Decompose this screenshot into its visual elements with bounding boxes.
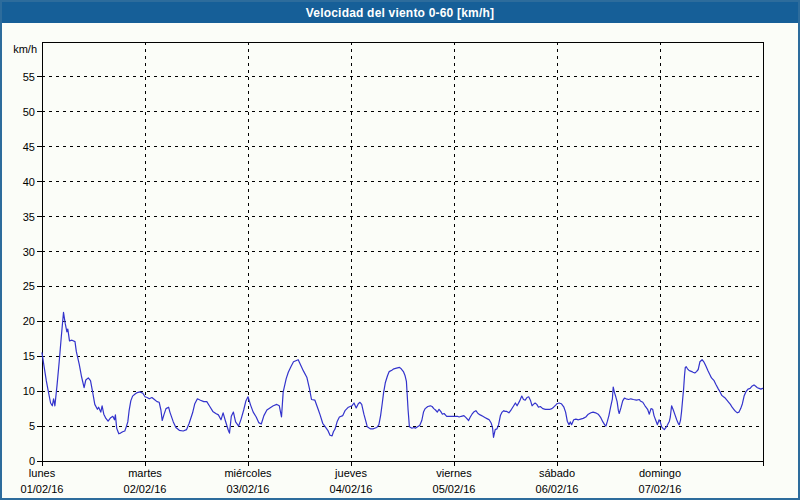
day-name-label: miércoles (224, 467, 272, 479)
y-tick-label: 5 (29, 420, 35, 432)
day-date-label: 05/02/16 (433, 483, 476, 495)
y-tick-label: 35 (23, 211, 35, 223)
day-name-label: martes (128, 467, 162, 479)
window-title: Velocidad del viento 0-60 [km/h] (306, 6, 494, 20)
y-tick-label: 40 (23, 176, 35, 188)
y-tick-label: 45 (23, 141, 35, 153)
day-name-label: jueves (334, 467, 367, 479)
day-date-label: 02/02/16 (124, 483, 167, 495)
day-name-label: viernes (436, 467, 472, 479)
day-date-label: 04/02/16 (330, 483, 373, 495)
y-tick-label: 0 (29, 455, 35, 467)
day-date-label: 06/02/16 (536, 483, 579, 495)
title-bar: Velocidad del viento 0-60 [km/h] (2, 2, 798, 23)
wind-speed-line (42, 312, 763, 437)
y-tick-label: 10 (23, 385, 35, 397)
chart-window: Velocidad del viento 0-60 [km/h] 0510152… (0, 0, 800, 500)
y-tick-label: 50 (23, 106, 35, 118)
y-tick-label: 30 (23, 246, 35, 258)
wind-speed-chart: 0510152025303540455055km/hlunes01/02/16m… (2, 2, 800, 500)
y-axis-unit-label: km/h (13, 43, 37, 55)
y-tick-label: 55 (23, 71, 35, 83)
day-date-label: 03/02/16 (227, 483, 270, 495)
day-name-label: sábado (539, 467, 575, 479)
y-tick-label: 20 (23, 315, 35, 327)
y-tick-label: 25 (23, 280, 35, 292)
day-date-label: 07/02/16 (639, 483, 682, 495)
y-tick-label: 15 (23, 350, 35, 362)
day-name-label: domingo (639, 467, 681, 479)
day-date-label: 01/02/16 (21, 483, 64, 495)
day-name-label: lunes (29, 467, 56, 479)
